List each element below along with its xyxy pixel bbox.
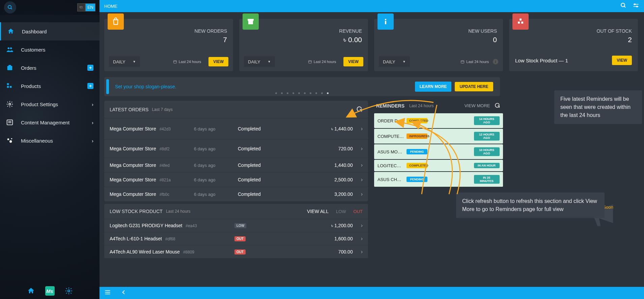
sidebar-item-content-mgmt[interactable]: Content Management›	[0, 113, 100, 131]
order-row[interactable]: Mega Computer Store #4fed6 days agoCompl…	[104, 158, 368, 172]
carousel-dots[interactable]	[275, 92, 329, 94]
reminder-time: IN 28 MINUTES	[474, 175, 500, 184]
sidebar-item-label: Content Management	[21, 120, 92, 125]
reminder-time: 10 HOURS AGO	[474, 147, 500, 156]
sidebar-item-label: Dashboard	[22, 29, 93, 34]
boxes-icon	[512, 13, 529, 30]
menu-button[interactable]	[104, 289, 111, 297]
view-button[interactable]: VIEW	[208, 57, 228, 66]
svg-point-22	[637, 6, 638, 7]
svg-rect-29	[461, 61, 464, 63]
lang-en[interactable]: EN	[85, 3, 95, 11]
foot-settings[interactable]	[64, 286, 74, 296]
update-here-button[interactable]: UPDATE HERE	[455, 82, 493, 91]
svg-line-18	[624, 6, 625, 7]
sliders-icon	[633, 2, 639, 9]
sidebar-item-label: Customers	[21, 47, 93, 53]
customers-icon	[6, 46, 13, 53]
order-ago: 6 days ago	[194, 177, 238, 182]
chevron-right-icon: ›	[361, 236, 363, 242]
panel-sub: Last 24 hours	[166, 209, 191, 214]
reminder-time: 12 HOURS AGO	[474, 132, 500, 141]
lowstock-row[interactable]: A4Tech AL90 Wired Laser Mouse #8809OUT70…	[104, 245, 368, 258]
products-icon	[6, 82, 13, 90]
dashboard-icon	[7, 28, 15, 35]
hamburger-icon	[104, 289, 111, 296]
sidebar-item-customers[interactable]: Customers	[0, 40, 100, 59]
calendar-icon	[308, 60, 312, 64]
low-stock-line: Low Stock Product — 1	[515, 58, 568, 63]
card-label: REVENUE	[339, 28, 362, 34]
period-select[interactable]: DAILY▼	[379, 56, 410, 67]
lowstock-row[interactable]: Logitech G231 PRODIGY Headset #ea43LOW৳ …	[104, 219, 368, 232]
order-row[interactable]: Mega Computer Store #8df26 days agoCompl…	[104, 139, 368, 158]
sidebar-item-product-settings[interactable]: Product Settings›	[0, 95, 100, 113]
order-row[interactable]: Mega Computer Store #fb0c6 days agoCompl…	[104, 187, 368, 201]
svg-point-21	[634, 4, 635, 5]
reminder-row[interactable]: ASUS CHROM…PENDINGIN 28 MINUTES	[374, 172, 503, 187]
order-amount: 720.00	[285, 146, 361, 151]
refresh-button[interactable]	[356, 106, 363, 113]
learn-more-button[interactable]: LEARN MORE	[415, 82, 452, 92]
back-button[interactable]	[121, 290, 127, 296]
info-badge[interactable]: i	[493, 59, 498, 64]
order-row[interactable]: Mega Computer Store #821a6 days agoCompl…	[104, 172, 368, 187]
order-store: Mega Computer Store #821a	[110, 177, 194, 182]
reminder-row[interactable]: LOGITECH KE…COMPLETEDIN AN HOUR	[374, 160, 503, 171]
reminder-row[interactable]: COMPUTER …INPROGRESS12 HOURS AGO	[374, 129, 503, 144]
svg-rect-8	[10, 86, 12, 88]
product-name: Logitech G231 PRODIGY Headset #ea43	[110, 223, 234, 228]
period-select[interactable]: DAILY▼	[109, 56, 140, 67]
info-icon	[377, 13, 394, 30]
view-more-link[interactable]: VIEW MORE	[465, 103, 490, 108]
reminder-row[interactable]: ORDER DUE F…COMPLETED14 HOURS AGO	[374, 113, 503, 128]
sidebar-item-label: Miscellaneous	[21, 138, 92, 144]
lowstock-row[interactable]: A4Tech L-610-1 Headset #df68OUT1,600.00›	[104, 232, 368, 245]
orders-icon	[6, 64, 13, 71]
view-button[interactable]: VIEW	[343, 57, 363, 66]
sidebar-item-products[interactable]: Products+	[0, 77, 100, 95]
order-store: Mega Computer Store #fb0c	[110, 191, 194, 197]
add-button[interactable]: +	[87, 65, 93, 71]
reminder-time: 14 HOURS AGO	[474, 116, 500, 125]
reminders-header: REMINDERS Last 24 hours VIEW MORE	[374, 101, 503, 113]
svg-rect-4	[7, 66, 12, 70]
panel-sub: Last 24 hours	[409, 103, 434, 108]
svg-point-17	[621, 3, 625, 7]
calendar-icon	[460, 60, 465, 64]
add-button[interactable]: +	[87, 83, 93, 89]
reminder-row[interactable]: ASUS MONIT…PENDING10 HOURS AGO	[374, 144, 503, 159]
card-new-orders: NEW ORDERS 7 DAILY▼ Last 24 hours VIEW	[104, 19, 233, 71]
view-all-link[interactable]: VIEW ALL	[307, 209, 329, 214]
panel-title: LATEST ORDERS	[110, 107, 148, 112]
period-select[interactable]: DAILY▼	[244, 56, 275, 67]
panel-title: LOW STOCK PRODUCT	[110, 209, 163, 214]
refresh-icon	[494, 102, 500, 108]
refresh-button[interactable]	[494, 102, 501, 109]
top-search[interactable]	[620, 2, 626, 10]
sidebar-item-orders[interactable]: Orders+	[0, 59, 100, 77]
reminder-status: PENDING	[407, 177, 427, 182]
top-sliders[interactable]	[633, 2, 639, 10]
latest-orders-panel: LATEST ORDERS Last 7 days Mega Computer …	[104, 101, 368, 201]
view-button[interactable]: VIEW	[612, 56, 632, 65]
lang-bn[interactable]: বাং	[77, 3, 85, 11]
card-value: 0	[493, 36, 497, 44]
svg-point-0	[8, 5, 11, 8]
order-status: Completed	[238, 191, 285, 197]
reminder-title: ASUS MONIT…	[377, 149, 404, 154]
order-code: #821a	[160, 178, 171, 182]
order-ago: 6 days ago	[194, 126, 238, 131]
filter-out[interactable]: OUT	[354, 209, 363, 214]
foot-home[interactable]	[26, 286, 36, 296]
low-stock-panel: LOW STOCK PRODUCT Last 24 hours VIEW ALL…	[104, 204, 368, 258]
sidebar-item-dashboard[interactable]: Dashboard	[0, 22, 100, 40]
foot-ms[interactable]: Ms	[45, 286, 55, 296]
svg-rect-31	[520, 19, 522, 21]
product-price: 700.00	[246, 249, 361, 255]
order-row[interactable]: Mega Computer Store #42d36 days agoCompl…	[104, 118, 368, 139]
language-switch[interactable]: বাং EN	[77, 3, 95, 11]
sidebar-item-misc[interactable]: Miscellaneous›	[0, 131, 100, 150]
filter-low[interactable]: LOW	[336, 209, 346, 214]
sidebar-search[interactable]	[4, 1, 16, 13]
